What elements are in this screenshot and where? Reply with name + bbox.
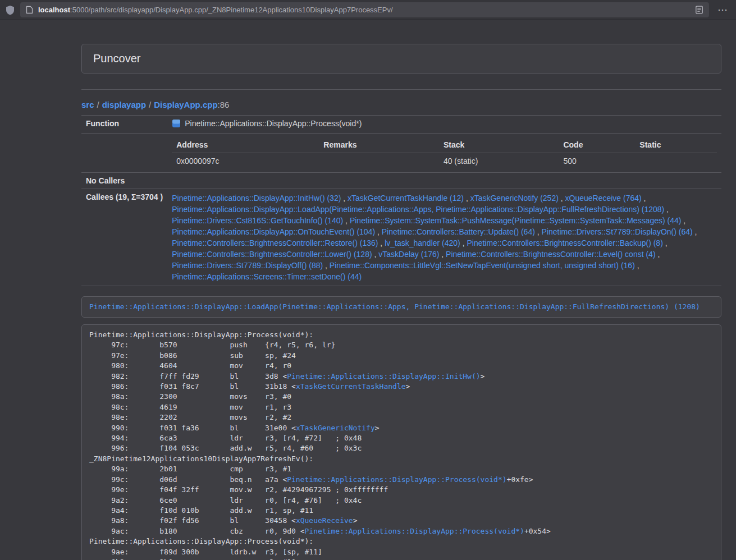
metrics-table: Address Remarks Stack Code Static 0x0000… [172,137,717,169]
callee-link[interactable]: Pinetime::Applications::Screens::Timer::… [172,272,362,281]
app-header-panel: Puncover [81,44,721,74]
tracking-protection-shield-icon[interactable] [6,5,15,15]
reader-mode-icon[interactable] [695,6,703,14]
code-symbol-link[interactable]: Pinetime::Applications::DisplayApp::Proc… [305,527,524,535]
callee-link[interactable]: Pinetime::Controllers::BrightnessControl… [172,238,378,247]
symbol-panel: Pinetime::Applications::DisplayApp::Load… [81,296,721,318]
disassembly-pre: Pinetime::Applications::DisplayApp::Proc… [89,330,714,560]
breadcrumb-separator: / [97,100,99,109]
breadcrumb-link-file[interactable]: DisplayApp.cpp [154,100,217,109]
callee-link[interactable]: Pinetime::Drivers::St7789::DisplayOn() (… [542,227,693,236]
url-host: localhost [38,6,70,14]
callees-label: Callees (19, Σ=3704 ) [81,189,167,286]
code-symbol-link[interactable]: xTaskGetCurrentTaskHandle [296,382,406,391]
divider [81,89,721,90]
callee-link[interactable]: xTaskGenericNotify (252) [470,194,559,203]
column-stack: Stack [439,137,559,153]
page-info-icon[interactable] [26,6,33,14]
code-value: 500 [559,153,635,169]
metrics-values-row: 0x0000097c 40 (static) 500 [172,153,717,169]
column-remarks: Remarks [319,137,439,153]
callee-link[interactable]: Pinetime::Drivers::St7789::DisplayOff() … [172,261,323,270]
no-callers-label: No Callers [81,173,167,189]
more-tools-menu-button[interactable]: ⋯ [715,2,730,18]
column-address: Address [172,137,319,153]
function-label: Function [81,116,167,134]
callee-link[interactable]: lv_task_handler (420) [385,238,460,247]
metrics-header-row: Address Remarks Stack Code Static [172,137,717,153]
callee-link[interactable]: xQueueReceive (764) [565,194,642,203]
url-text: localhost:5000/path/src/displayapp/Displ… [38,6,690,14]
callee-link[interactable]: vTaskDelay (176) [378,250,439,259]
symbol-link[interactable]: Pinetime::Applications::DisplayApp::Load… [89,302,700,311]
code-symbol-link[interactable]: xTaskGenericNotify [296,424,375,432]
column-static: Static [635,137,717,153]
stack-value: 40 (static) [439,153,559,169]
callees-list: Pinetime::Applications::DisplayApp::Init… [167,189,721,286]
code-symbol-link[interactable]: xQueueReceive [296,516,353,525]
callee-link[interactable]: Pinetime::Controllers::BrightnessControl… [172,250,372,259]
function-icon [172,119,181,128]
callee-link[interactable]: Pinetime::Components::LittleVgl::SetNewT… [330,261,635,270]
code-symbol-link[interactable]: Pinetime::Applications::DisplayApp::Init… [287,372,480,380]
remarks-value [319,153,439,169]
callee-link[interactable]: Pinetime::Controllers::BrightnessControl… [467,238,662,247]
callee-link[interactable]: Pinetime::Applications::DisplayApp::Init… [172,194,341,203]
callee-link[interactable]: Pinetime::System::SystemTask::PushMessag… [350,216,682,225]
callee-link[interactable]: xTaskGetCurrentTaskHandle (12) [348,194,464,203]
browser-toolbar: localhost:5000/path/src/displayapp/Displ… [0,0,736,20]
callee-link[interactable]: Pinetime::Controllers::Battery::Update()… [382,227,535,236]
breadcrumb: src/displayapp/DisplayApp.cpp:86 [81,100,721,109]
breadcrumb-link-displayapp[interactable]: displayapp [102,100,146,109]
breadcrumb-link-src[interactable]: src [81,100,94,109]
breadcrumb-separator: / [149,100,151,109]
callee-link[interactable]: Pinetime::Applications::DisplayApp::Load… [172,205,664,214]
app-title: Puncover [93,52,710,65]
function-info-table: Function Pinetime::Applications::Display… [81,115,721,286]
column-code: Code [559,137,635,153]
code-symbol-link[interactable]: Pinetime::Applications::DisplayApp::Proc… [287,475,506,484]
page-body: Puncover src/displayapp/DisplayApp.cpp:8… [0,20,736,560]
no-callers-row: No Callers [81,173,721,189]
callee-link[interactable]: Pinetime::Controllers::BrightnessControl… [446,250,655,259]
address-value: 0x0000097c [172,153,319,169]
static-value [635,153,717,169]
function-row: Function Pinetime::Applications::Display… [81,116,721,134]
metrics-row: Address Remarks Stack Code Static 0x0000… [81,134,721,173]
callee-link[interactable]: Pinetime::Applications::DisplayApp::OnTo… [172,227,375,236]
callee-link[interactable]: Pinetime::Drivers::Cst816S::GetTouchInfo… [172,216,343,225]
breadcrumb-line-number: :86 [218,100,230,109]
function-name: Pinetime::Applications::DisplayApp::Proc… [185,119,362,128]
url-bar[interactable]: localhost:5000/path/src/displayapp/Displ… [20,2,709,17]
url-path: :5000/path/src/displayapp/DisplayApp.cpp… [70,6,393,14]
disassembly-panel: Pinetime::Applications::DisplayApp::Proc… [81,324,721,560]
callees-row: Callees (19, Σ=3704 ) Pinetime::Applicat… [81,189,721,286]
